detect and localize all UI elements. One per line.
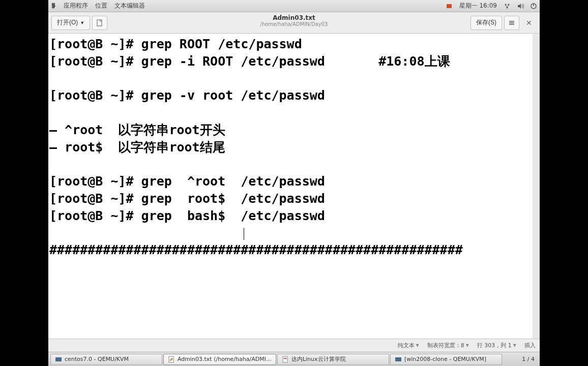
svg-rect-10 <box>55 357 62 361</box>
new-document-button[interactable] <box>92 16 107 30</box>
document-path: /home/haha/ADMIN/Day03 <box>260 21 328 27</box>
taskbar-item-tarena[interactable]: 达内Linux云计算学院 <box>277 354 389 365</box>
svg-rect-14 <box>395 357 401 361</box>
chevron-down-icon: ▼ <box>80 20 84 25</box>
svg-rect-0 <box>447 4 452 8</box>
clock-label[interactable]: 星期一 16:09 <box>458 2 498 10</box>
editor-toolbar: 打开(O) ▼ Admin03.txt /home/haha/ADMIN/Day… <box>48 12 540 34</box>
save-button[interactable]: 保存(S) <box>471 16 502 30</box>
menu-applications[interactable]: 应用程序 <box>63 2 89 10</box>
workspace-pager[interactable]: 1 / 4 <box>519 356 538 362</box>
svg-rect-6 <box>97 20 102 26</box>
taskbar-item-win2008[interactable]: [win2008-clone - QEMU/KVM] <box>390 354 502 365</box>
tab-width-selector[interactable]: 制表符宽度：8 ▼ <box>427 342 469 349</box>
editor-text-area[interactable]: [root@B ~]# grep ROOT /etc/passwd [root@… <box>48 34 540 339</box>
cursor-position-selector[interactable]: 行 303，列 1 ▼ <box>477 342 516 349</box>
vm-icon <box>395 356 402 363</box>
volume-icon[interactable] <box>516 2 524 10</box>
taskbar: centos7.0 - QEMU/KVM Admin03.txt (/home/… <box>48 352 540 366</box>
menu-text-editor[interactable]: 文本编辑器 <box>113 2 146 10</box>
insert-mode-label: 插入 <box>524 342 536 349</box>
vm-icon <box>55 356 62 363</box>
network-icon[interactable] <box>503 2 511 10</box>
svg-rect-13 <box>284 358 286 359</box>
status-bar: 纯文本 ▼ 制表符宽度：8 ▼ 行 303，列 1 ▼ 插入 <box>48 339 540 352</box>
close-button[interactable]: ✕ <box>521 16 537 30</box>
syntax-selector[interactable]: 纯文本 ▼ <box>398 342 419 349</box>
gnome-foot-icon <box>50 3 57 10</box>
file-icon <box>282 356 289 363</box>
open-button[interactable]: 打开(O) ▼ <box>51 16 90 30</box>
taskbar-item-admin03[interactable]: Admin03.txt (/home/haha/ADMI… <box>163 354 276 365</box>
document-title: Admin03.txt <box>260 14 328 21</box>
chevron-down-icon: ▼ <box>513 343 516 348</box>
taskbar-item-centos[interactable]: centos7.0 - QEMU/KVM <box>50 354 162 365</box>
power-icon[interactable] <box>530 2 538 10</box>
hamburger-menu-button[interactable] <box>504 16 519 30</box>
notification-icon[interactable] <box>445 2 453 10</box>
chevron-down-icon: ▼ <box>416 343 419 348</box>
svg-rect-12 <box>283 356 287 362</box>
text-cursor <box>244 228 244 240</box>
gedit-icon <box>168 356 175 363</box>
chevron-down-icon: ▼ <box>466 343 469 348</box>
menu-places[interactable]: 位置 <box>94 2 108 10</box>
top-menu-bar: 应用程序 位置 文本编辑器 星期一 16:09 <box>48 0 540 12</box>
